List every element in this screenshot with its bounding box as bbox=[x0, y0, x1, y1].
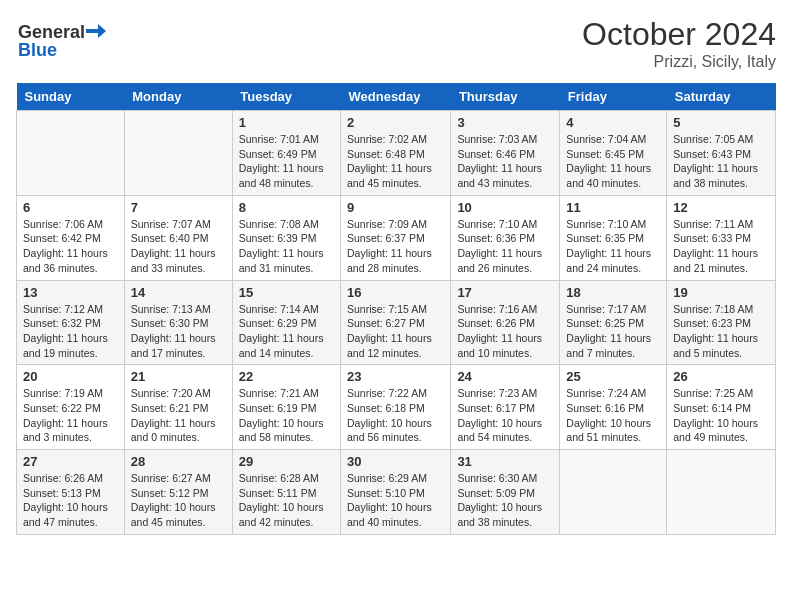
day-info: Sunrise: 7:07 AM Sunset: 6:40 PM Dayligh… bbox=[131, 217, 226, 276]
logo-icon: General Blue bbox=[16, 16, 106, 66]
day-info: Sunrise: 7:21 AM Sunset: 6:19 PM Dayligh… bbox=[239, 386, 334, 445]
calendar-cell: 25Sunrise: 7:24 AM Sunset: 6:16 PM Dayli… bbox=[560, 365, 667, 450]
calendar-cell: 21Sunrise: 7:20 AM Sunset: 6:21 PM Dayli… bbox=[124, 365, 232, 450]
calendar-cell: 8Sunrise: 7:08 AM Sunset: 6:39 PM Daylig… bbox=[232, 195, 340, 280]
day-info: Sunrise: 7:08 AM Sunset: 6:39 PM Dayligh… bbox=[239, 217, 334, 276]
day-info: Sunrise: 7:11 AM Sunset: 6:33 PM Dayligh… bbox=[673, 217, 769, 276]
day-info: Sunrise: 7:01 AM Sunset: 6:49 PM Dayligh… bbox=[239, 132, 334, 191]
day-header-tuesday: Tuesday bbox=[232, 83, 340, 111]
day-number: 3 bbox=[457, 115, 553, 130]
day-number: 18 bbox=[566, 285, 660, 300]
day-info: Sunrise: 7:03 AM Sunset: 6:46 PM Dayligh… bbox=[457, 132, 553, 191]
day-info: Sunrise: 6:27 AM Sunset: 5:12 PM Dayligh… bbox=[131, 471, 226, 530]
day-info: Sunrise: 7:18 AM Sunset: 6:23 PM Dayligh… bbox=[673, 302, 769, 361]
day-number: 22 bbox=[239, 369, 334, 384]
day-info: Sunrise: 7:10 AM Sunset: 6:36 PM Dayligh… bbox=[457, 217, 553, 276]
day-header-thursday: Thursday bbox=[451, 83, 560, 111]
day-info: Sunrise: 7:05 AM Sunset: 6:43 PM Dayligh… bbox=[673, 132, 769, 191]
day-info: Sunrise: 7:25 AM Sunset: 6:14 PM Dayligh… bbox=[673, 386, 769, 445]
calendar-cell: 29Sunrise: 6:28 AM Sunset: 5:11 PM Dayli… bbox=[232, 450, 340, 535]
calendar-cell bbox=[124, 111, 232, 196]
day-number: 1 bbox=[239, 115, 334, 130]
calendar-cell: 5Sunrise: 7:05 AM Sunset: 6:43 PM Daylig… bbox=[667, 111, 776, 196]
day-number: 20 bbox=[23, 369, 118, 384]
day-number: 25 bbox=[566, 369, 660, 384]
calendar-cell: 3Sunrise: 7:03 AM Sunset: 6:46 PM Daylig… bbox=[451, 111, 560, 196]
calendar-cell: 22Sunrise: 7:21 AM Sunset: 6:19 PM Dayli… bbox=[232, 365, 340, 450]
logo: General Blue bbox=[16, 16, 106, 70]
calendar-cell: 28Sunrise: 6:27 AM Sunset: 5:12 PM Dayli… bbox=[124, 450, 232, 535]
day-number: 14 bbox=[131, 285, 226, 300]
calendar-cell: 15Sunrise: 7:14 AM Sunset: 6:29 PM Dayli… bbox=[232, 280, 340, 365]
day-number: 7 bbox=[131, 200, 226, 215]
day-info: Sunrise: 7:10 AM Sunset: 6:35 PM Dayligh… bbox=[566, 217, 660, 276]
day-header-wednesday: Wednesday bbox=[341, 83, 451, 111]
calendar-cell: 31Sunrise: 6:30 AM Sunset: 5:09 PM Dayli… bbox=[451, 450, 560, 535]
day-info: Sunrise: 7:13 AM Sunset: 6:30 PM Dayligh… bbox=[131, 302, 226, 361]
day-info: Sunrise: 7:06 AM Sunset: 6:42 PM Dayligh… bbox=[23, 217, 118, 276]
title-block: October 2024 Prizzi, Sicily, Italy bbox=[582, 16, 776, 71]
day-number: 23 bbox=[347, 369, 444, 384]
calendar-cell: 1Sunrise: 7:01 AM Sunset: 6:49 PM Daylig… bbox=[232, 111, 340, 196]
day-number: 11 bbox=[566, 200, 660, 215]
day-number: 19 bbox=[673, 285, 769, 300]
day-header-monday: Monday bbox=[124, 83, 232, 111]
page-header: General Blue October 2024 Prizzi, Sicily… bbox=[16, 16, 776, 71]
day-info: Sunrise: 7:12 AM Sunset: 6:32 PM Dayligh… bbox=[23, 302, 118, 361]
calendar-cell: 20Sunrise: 7:19 AM Sunset: 6:22 PM Dayli… bbox=[17, 365, 125, 450]
calendar-cell: 24Sunrise: 7:23 AM Sunset: 6:17 PM Dayli… bbox=[451, 365, 560, 450]
day-info: Sunrise: 7:14 AM Sunset: 6:29 PM Dayligh… bbox=[239, 302, 334, 361]
page-subtitle: Prizzi, Sicily, Italy bbox=[582, 53, 776, 71]
calendar-cell: 27Sunrise: 6:26 AM Sunset: 5:13 PM Dayli… bbox=[17, 450, 125, 535]
calendar-cell: 12Sunrise: 7:11 AM Sunset: 6:33 PM Dayli… bbox=[667, 195, 776, 280]
day-number: 10 bbox=[457, 200, 553, 215]
calendar-cell bbox=[560, 450, 667, 535]
day-info: Sunrise: 6:28 AM Sunset: 5:11 PM Dayligh… bbox=[239, 471, 334, 530]
day-number: 28 bbox=[131, 454, 226, 469]
day-info: Sunrise: 7:15 AM Sunset: 6:27 PM Dayligh… bbox=[347, 302, 444, 361]
day-info: Sunrise: 7:22 AM Sunset: 6:18 PM Dayligh… bbox=[347, 386, 444, 445]
day-number: 8 bbox=[239, 200, 334, 215]
calendar-cell: 7Sunrise: 7:07 AM Sunset: 6:40 PM Daylig… bbox=[124, 195, 232, 280]
calendar-cell: 4Sunrise: 7:04 AM Sunset: 6:45 PM Daylig… bbox=[560, 111, 667, 196]
day-info: Sunrise: 6:26 AM Sunset: 5:13 PM Dayligh… bbox=[23, 471, 118, 530]
calendar-cell: 10Sunrise: 7:10 AM Sunset: 6:36 PM Dayli… bbox=[451, 195, 560, 280]
day-info: Sunrise: 7:04 AM Sunset: 6:45 PM Dayligh… bbox=[566, 132, 660, 191]
day-number: 30 bbox=[347, 454, 444, 469]
calendar-cell: 17Sunrise: 7:16 AM Sunset: 6:26 PM Dayli… bbox=[451, 280, 560, 365]
day-number: 2 bbox=[347, 115, 444, 130]
day-number: 21 bbox=[131, 369, 226, 384]
calendar-cell: 9Sunrise: 7:09 AM Sunset: 6:37 PM Daylig… bbox=[341, 195, 451, 280]
day-info: Sunrise: 7:23 AM Sunset: 6:17 PM Dayligh… bbox=[457, 386, 553, 445]
day-number: 26 bbox=[673, 369, 769, 384]
day-number: 5 bbox=[673, 115, 769, 130]
day-info: Sunrise: 6:29 AM Sunset: 5:10 PM Dayligh… bbox=[347, 471, 444, 530]
svg-text:Blue: Blue bbox=[18, 40, 57, 60]
day-number: 9 bbox=[347, 200, 444, 215]
svg-rect-3 bbox=[86, 29, 98, 33]
svg-text:General: General bbox=[18, 22, 85, 42]
calendar-cell: 16Sunrise: 7:15 AM Sunset: 6:27 PM Dayli… bbox=[341, 280, 451, 365]
day-info: Sunrise: 7:19 AM Sunset: 6:22 PM Dayligh… bbox=[23, 386, 118, 445]
calendar-cell: 14Sunrise: 7:13 AM Sunset: 6:30 PM Dayli… bbox=[124, 280, 232, 365]
day-number: 29 bbox=[239, 454, 334, 469]
page-title: October 2024 bbox=[582, 16, 776, 53]
day-info: Sunrise: 6:30 AM Sunset: 5:09 PM Dayligh… bbox=[457, 471, 553, 530]
calendar-cell: 18Sunrise: 7:17 AM Sunset: 6:25 PM Dayli… bbox=[560, 280, 667, 365]
day-info: Sunrise: 7:16 AM Sunset: 6:26 PM Dayligh… bbox=[457, 302, 553, 361]
day-number: 15 bbox=[239, 285, 334, 300]
day-info: Sunrise: 7:24 AM Sunset: 6:16 PM Dayligh… bbox=[566, 386, 660, 445]
day-info: Sunrise: 7:09 AM Sunset: 6:37 PM Dayligh… bbox=[347, 217, 444, 276]
day-header-saturday: Saturday bbox=[667, 83, 776, 111]
calendar-cell: 13Sunrise: 7:12 AM Sunset: 6:32 PM Dayli… bbox=[17, 280, 125, 365]
calendar-cell: 6Sunrise: 7:06 AM Sunset: 6:42 PM Daylig… bbox=[17, 195, 125, 280]
calendar-cell: 23Sunrise: 7:22 AM Sunset: 6:18 PM Dayli… bbox=[341, 365, 451, 450]
day-number: 12 bbox=[673, 200, 769, 215]
day-number: 17 bbox=[457, 285, 553, 300]
calendar-cell bbox=[667, 450, 776, 535]
calendar-table: SundayMondayTuesdayWednesdayThursdayFrid… bbox=[16, 83, 776, 535]
calendar-cell: 26Sunrise: 7:25 AM Sunset: 6:14 PM Dayli… bbox=[667, 365, 776, 450]
day-header-friday: Friday bbox=[560, 83, 667, 111]
calendar-cell bbox=[17, 111, 125, 196]
calendar-cell: 19Sunrise: 7:18 AM Sunset: 6:23 PM Dayli… bbox=[667, 280, 776, 365]
